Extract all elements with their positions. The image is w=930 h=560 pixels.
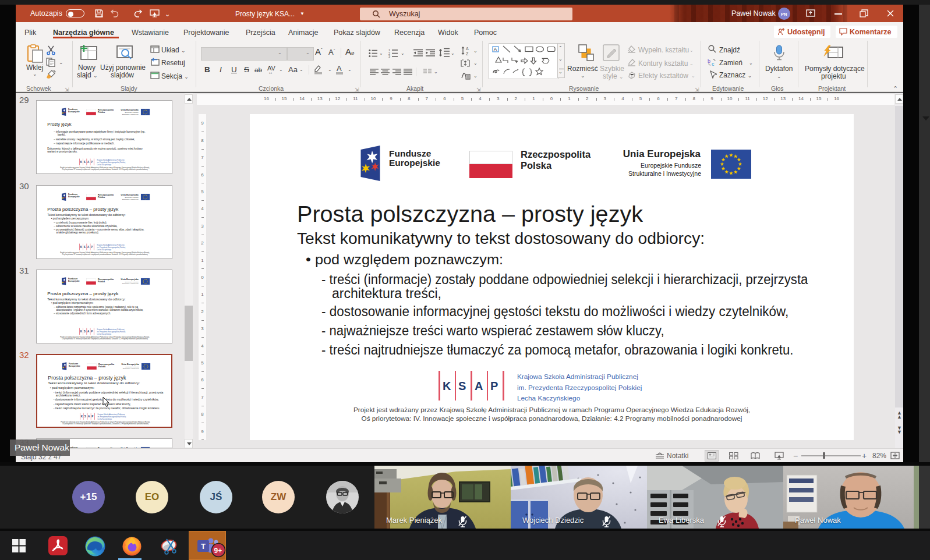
svg-text:Z: Z bbox=[466, 52, 469, 56]
svg-text:9+: 9+ bbox=[214, 547, 222, 555]
svg-text:c: c bbox=[712, 61, 715, 66]
svg-text:A: A bbox=[494, 47, 497, 52]
svg-text:b: b bbox=[708, 58, 710, 64]
svg-text:T: T bbox=[201, 542, 206, 551]
svg-text:A: A bbox=[466, 47, 469, 51]
svg-text:3: 3 bbox=[388, 55, 390, 58]
